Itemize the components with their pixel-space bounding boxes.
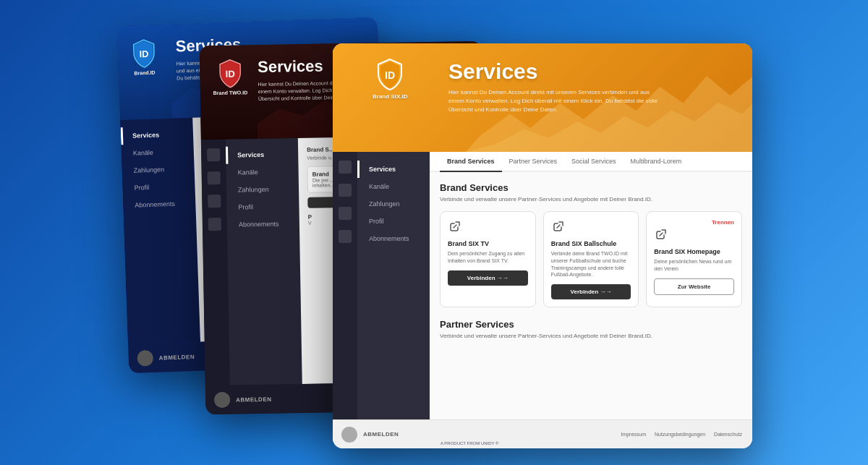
connect-btn-tv[interactable]: Verbinden →→: [448, 270, 528, 286]
avatar-3: [341, 427, 357, 443]
header-desc-3: Hier kannst Du Deinen Account direkt mit…: [448, 88, 665, 114]
link-icon-ball: [551, 219, 566, 234]
brand-logo-area-2: ID Brand TWO.ID: [213, 58, 247, 95]
window-brand-six: ID Brand SIX.ID Services Hier kannst Du …: [333, 43, 752, 448]
sidebar-item-profile-3[interactable]: Profil: [357, 213, 430, 230]
tab-partner-services[interactable]: Partner Services: [502, 152, 565, 172]
icon-3-4: [339, 230, 352, 243]
brand-name-3: Brand SIX.ID: [373, 93, 407, 100]
logout-btn-1[interactable]: ABMELDEN: [159, 353, 195, 361]
icon-2-3: [208, 195, 221, 208]
sidebar-nav-3: Services Kanäle Zahlungen Profil Abonnem…: [357, 152, 430, 419]
brand-name-2: Brand TWO.ID: [213, 90, 248, 95]
website-btn-homepage[interactable]: Zur Website: [654, 278, 734, 295]
sidebar-item-services-3[interactable]: Services: [357, 161, 430, 178]
svg-text:ID: ID: [139, 48, 149, 59]
sidebar-item-subscriptions-1[interactable]: Abonnements: [123, 195, 196, 214]
card-homepage-icon: [654, 227, 734, 244]
link-icon-homepage: [654, 227, 668, 242]
icon-2-4: [208, 218, 221, 231]
card-ball-icon: [551, 219, 631, 236]
sidebar-item-payments-2[interactable]: Zahlungen: [226, 180, 299, 199]
nutzungsbedingungen-link[interactable]: Nutzungsbedingungen: [655, 432, 705, 437]
svg-text:ID: ID: [385, 69, 395, 81]
link-icon-tv: [448, 219, 462, 234]
partner-services-title: Partner Services: [440, 319, 742, 330]
tab-brand-services[interactable]: Brand Services: [440, 152, 502, 172]
header-banner-3: ID Brand SIX.ID Services Hier kannst Du …: [333, 43, 752, 152]
card-tv-icon: [448, 219, 528, 236]
shield-icon-1: ID: [130, 38, 157, 69]
partner-services-subtitle: Verbinde und verwalte unsere Partner-Ser…: [440, 333, 742, 339]
brand-logo-area-3: ID Brand SIX.ID: [373, 58, 407, 100]
icon-2-2: [208, 171, 221, 184]
icon-3-3: [339, 207, 352, 220]
card-ball-name: Brand SIX Ballschule: [551, 240, 631, 247]
card-homepage-name: Brand SIX Homepage: [654, 248, 734, 255]
product-text-3: A PRODUCT FROM UNIDY ®: [441, 441, 644, 445]
tab-multibrand[interactable]: Multibrand-Lorem: [624, 152, 689, 172]
services-grid: Brand SIX TV Dein persönlicher Zugang zu…: [440, 211, 742, 307]
sidebar-item-profile-2[interactable]: Profil: [226, 197, 299, 216]
main-content-3: Brand Services Partner Services Social S…: [430, 152, 752, 419]
content-area-3: Brand Services Verbinde und verwalte uns…: [430, 172, 752, 358]
tab-social-services[interactable]: Social Services: [564, 152, 624, 172]
icon-3-2: [339, 184, 352, 197]
sidebar-item-channels-3[interactable]: Kanäle: [357, 178, 430, 195]
svg-text:ID: ID: [225, 69, 234, 80]
sidebar-nav-2: Services Kanäle Zahlungen Profil Abonnem…: [226, 138, 302, 385]
brand-services-title: Brand Services: [440, 182, 742, 193]
avatar-2: [214, 392, 230, 408]
icon-3-1: [339, 161, 352, 174]
header-title-3: Services: [448, 59, 665, 84]
icon-2-1: [207, 148, 220, 161]
icon-strip-3: [333, 152, 357, 419]
sidebar-item-payments-3[interactable]: Zahlungen: [357, 195, 430, 213]
sidebar-item-profile-1[interactable]: Profil: [122, 177, 195, 197]
header-text-3: Services Hier kannst Du Deinen Account d…: [448, 59, 665, 114]
card-homepage-status-row: Trennen: [654, 219, 734, 226]
sidebar-item-channels-2[interactable]: Kanäle: [226, 163, 298, 182]
service-card-ballschule: Brand SIX Ballschule Verbinde deine Bran…: [543, 211, 639, 307]
tabs-bar: Brand Services Partner Services Social S…: [430, 152, 752, 172]
impressum-link[interactable]: Impressum: [621, 432, 646, 437]
sidebar-item-services-1[interactable]: Services: [121, 125, 194, 145]
datenschutz-link[interactable]: Datenschutz: [714, 432, 742, 437]
brand-name-1: Brand.ID: [134, 70, 155, 76]
connect-btn-ball[interactable]: Verbinden →→: [551, 284, 631, 299]
logout-btn-2[interactable]: ABMELDEN: [236, 396, 271, 403]
sidebar-item-services-2[interactable]: Services: [226, 145, 298, 164]
sidebar-item-channels-1[interactable]: Kanäle: [121, 142, 194, 162]
footer-links: Impressum Nutzungsbedingungen Datenschut…: [621, 432, 742, 437]
card-homepage-desc: Deine persönlichen News rund um den Vere…: [654, 258, 734, 273]
sidebar-item-subscriptions-2[interactable]: Abonnements: [227, 215, 299, 234]
partner-services-section: Partner Services Verbinde und verwalte u…: [440, 319, 742, 339]
card-tv-name: Brand SIX TV: [448, 240, 528, 247]
card-tv-desc: Dein persönlicher Zugang zu allen Inhalt…: [448, 250, 528, 265]
brand-services-subtitle: Verbinde und verwalte unsere Partner-Ser…: [440, 196, 742, 202]
disconnect-label[interactable]: Trennen: [712, 219, 734, 226]
sidebar-item-payments-1[interactable]: Zahlungen: [122, 160, 195, 179]
card-ball-desc: Verbinde deine Brand TWO.ID mit unserer …: [551, 250, 631, 278]
service-card-tv: Brand SIX TV Dein persönlicher Zugang zu…: [440, 211, 536, 307]
service-card-homepage: Trennen Brand SIX Homepage Deine persönl…: [646, 211, 742, 307]
sidebar-nav-1: Services Kanäle Zahlungen Profil Abonnem…: [120, 118, 200, 344]
avatar-1: [137, 350, 153, 367]
shield-icon-2: ID: [217, 58, 244, 89]
sidebar-item-subscriptions-3[interactable]: Abonnements: [357, 230, 430, 247]
brand-logo-area-1: ID Brand.ID: [130, 38, 158, 76]
logout-btn-3[interactable]: ABMELDEN: [363, 431, 399, 438]
shield-icon-3: ID: [375, 58, 404, 91]
